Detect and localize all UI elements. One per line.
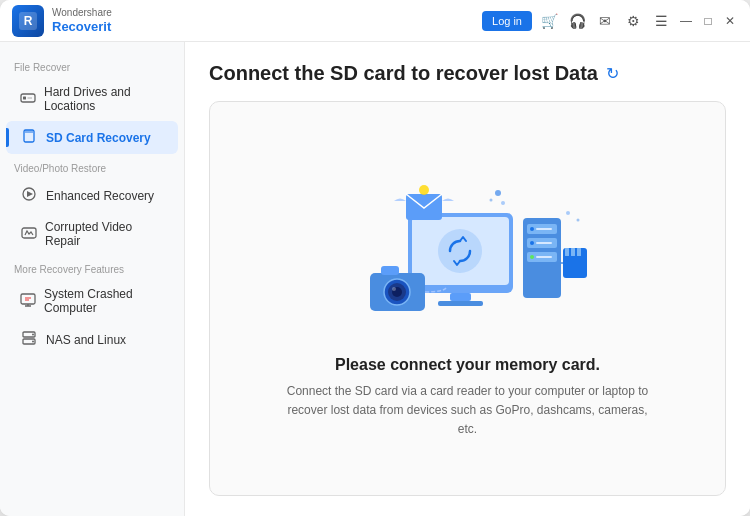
content-area: Connect the SD card to recover lost Data… <box>185 42 750 516</box>
app-window: R Wondershare Recoverit Log in 🛒 🎧 ✉ ⚙ ☰… <box>0 0 750 516</box>
app-logo-icon: R <box>12 5 44 37</box>
nas-label: NAS and Linux <box>46 333 126 347</box>
illustration <box>328 158 608 338</box>
sidebar-item-system-crashed[interactable]: System Crashed Computer <box>6 280 178 322</box>
card-info: Please connect your memory card. Connect… <box>278 356 658 440</box>
svg-rect-13 <box>21 294 35 304</box>
menu-icon[interactable]: ☰ <box>650 10 672 32</box>
settings-icon[interactable]: ⚙ <box>622 10 644 32</box>
svg-point-51 <box>495 190 501 196</box>
page-title-row: Connect the SD card to recover lost Data… <box>209 62 726 85</box>
login-button[interactable]: Log in <box>482 11 532 31</box>
enhanced-recovery-label: Enhanced Recovery <box>46 189 154 203</box>
svg-rect-40 <box>577 248 581 256</box>
svg-text:R: R <box>24 14 33 28</box>
section-label-file-recover: File Recover <box>0 54 184 77</box>
corrupted-video-label: Corrupted Video Repair <box>45 220 164 248</box>
sidebar: File Recover Hard Drives and Locations <box>0 42 185 516</box>
main-card: Please connect your memory card. Connect… <box>209 101 726 496</box>
card-description: Connect the SD card via a card reader to… <box>278 382 658 440</box>
svg-marker-11 <box>27 191 33 197</box>
nas-icon <box>20 330 38 349</box>
system-crashed-icon <box>20 292 36 311</box>
sidebar-item-hard-drives[interactable]: Hard Drives and Locations <box>6 78 178 120</box>
svg-rect-24 <box>450 293 471 301</box>
svg-rect-47 <box>381 266 399 275</box>
svg-point-26 <box>438 229 482 273</box>
svg-rect-3 <box>23 96 26 99</box>
sd-card-label: SD Card Recovery <box>46 131 151 145</box>
svg-rect-35 <box>536 242 552 244</box>
svg-point-32 <box>530 241 534 245</box>
svg-point-46 <box>392 287 396 291</box>
sidebar-item-nas-linux[interactable]: NAS and Linux <box>6 323 178 356</box>
brand-name: Wondershare <box>52 7 112 19</box>
logo-text: Wondershare Recoverit <box>52 7 112 35</box>
svg-point-31 <box>530 227 534 231</box>
system-crashed-label: System Crashed Computer <box>44 287 164 315</box>
mail-icon[interactable]: ✉ <box>594 10 616 32</box>
svg-point-20 <box>32 334 34 336</box>
logo-area: R Wondershare Recoverit <box>12 5 482 37</box>
cart-icon[interactable]: 🛒 <box>538 10 560 32</box>
svg-point-54 <box>566 211 570 215</box>
minimize-button[interactable]: — <box>678 13 694 29</box>
title-bar-actions: Log in 🛒 🎧 ✉ ⚙ ☰ — □ ✕ <box>482 10 738 32</box>
page-title: Connect the SD card to recover lost Data <box>209 62 598 85</box>
svg-rect-34 <box>536 228 552 230</box>
title-bar: R Wondershare Recoverit Log in 🛒 🎧 ✉ ⚙ ☰… <box>0 0 750 42</box>
svg-point-52 <box>501 201 505 205</box>
close-button[interactable]: ✕ <box>722 13 738 29</box>
svg-rect-38 <box>565 248 569 256</box>
svg-point-53 <box>489 198 492 201</box>
sidebar-item-corrupted-video[interactable]: Corrupted Video Repair <box>6 213 178 255</box>
refresh-icon[interactable]: ↻ <box>606 64 619 83</box>
svg-point-21 <box>32 341 34 343</box>
card-heading: Please connect your memory card. <box>278 356 658 374</box>
svg-rect-25 <box>438 301 483 306</box>
hard-drives-icon <box>20 90 36 109</box>
sidebar-item-sd-card[interactable]: SD Card Recovery <box>6 121 178 154</box>
enhanced-recovery-icon <box>20 186 38 205</box>
headphone-icon[interactable]: 🎧 <box>566 10 588 32</box>
sd-card-icon <box>20 128 38 147</box>
section-label-video-photo: Video/Photo Restore <box>0 155 184 178</box>
main-layout: File Recover Hard Drives and Locations <box>0 42 750 516</box>
maximize-button[interactable]: □ <box>700 13 716 29</box>
svg-point-50 <box>419 185 429 195</box>
product-name: Recoverit <box>52 19 112 35</box>
corrupted-video-icon <box>20 225 37 244</box>
svg-rect-39 <box>571 248 575 256</box>
section-label-more-recovery: More Recovery Features <box>0 256 184 279</box>
svg-point-55 <box>576 218 579 221</box>
sidebar-item-enhanced-recovery[interactable]: Enhanced Recovery <box>6 179 178 212</box>
svg-point-33 <box>530 255 534 259</box>
svg-rect-36 <box>536 256 552 258</box>
hard-drives-label: Hard Drives and Locations <box>44 85 164 113</box>
